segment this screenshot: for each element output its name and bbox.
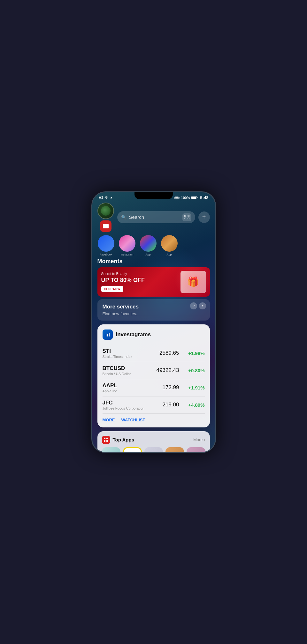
- investagrams-title: Investagrams: [116, 331, 151, 338]
- app4-label: App: [161, 253, 178, 256]
- service-icon-1: ↗: [190, 302, 197, 309]
- wifi-icon: [104, 196, 108, 199]
- more-button[interactable]: MORE: [103, 418, 115, 422]
- instagram-icon: [119, 235, 135, 252]
- stock-info-aapl: AAPL Apple Inc: [103, 382, 163, 393]
- investagrams-widget: Investagrams STI Straits Times Index 258…: [97, 324, 210, 427]
- battery-icon: [191, 196, 198, 199]
- jfc-price: 219.00: [163, 402, 179, 408]
- banner-text: Secret to Beauty UP TO 80% OFF SHOP NOW: [101, 272, 180, 292]
- btcusd-ticker: BTCUSD: [103, 365, 157, 372]
- app3-label: App: [140, 253, 157, 256]
- instagram-label: Instagram: [119, 253, 136, 256]
- top-apps-header: Top Apps More ›: [102, 436, 205, 444]
- watchlist-button[interactable]: WATCHLIST: [121, 418, 145, 422]
- search-icon: 🔍: [121, 215, 127, 220]
- moments-title: Moments: [97, 258, 210, 265]
- app-icon-4[interactable]: App: [161, 235, 178, 256]
- sti-price: 2589.65: [159, 350, 179, 356]
- stock-row-sti[interactable]: STI Straits Times Index 2589.65 +1.98%: [103, 345, 205, 362]
- scan-button[interactable]: [182, 213, 191, 221]
- stock-info-sti: STI Straits Times Index: [103, 348, 160, 359]
- more-services-card[interactable]: ↗ ✦ More services Find new favorites.: [97, 299, 210, 321]
- banner-cta[interactable]: SHOP NOW: [101, 286, 124, 292]
- more-services-title: More services: [103, 304, 205, 310]
- top-apps-grid: [102, 447, 205, 452]
- time-display: 5:48: [200, 195, 208, 200]
- status-left-icons: [99, 196, 113, 199]
- dot-1: [104, 438, 105, 439]
- search-bar[interactable]: 🔍 Search: [117, 211, 195, 223]
- stock-row-jfc[interactable]: JFC Jollibee Foods Corporation 219.00 +4…: [103, 396, 205, 414]
- top-apps-left: Top Apps: [102, 436, 134, 444]
- sti-ticker: STI: [103, 348, 160, 354]
- jfc-ticker: JFC: [103, 400, 163, 406]
- banner-discount: UP TO 80% OFF: [101, 277, 180, 284]
- svg-rect-8: [184, 215, 186, 217]
- status-right-icons: 100% 5:48: [174, 195, 208, 200]
- app3-icon: [140, 235, 157, 252]
- btcusd-name: Bitcoin / US Dollar: [103, 372, 157, 376]
- stock-row-btcusd[interactable]: BTCUSD Bitcoin / US Dollar 49322.43 +0.8…: [103, 362, 205, 379]
- more-services-icons: ↗ ✦: [190, 302, 206, 309]
- top-apps-more-link[interactable]: More ›: [193, 437, 205, 442]
- more-services-subtitle: Find new favorites.: [103, 311, 205, 316]
- sti-name: Straits Times Index: [103, 355, 160, 359]
- dot-3: [104, 440, 105, 442]
- sim-icon: [99, 196, 103, 199]
- avatar-sub[interactable]: [100, 220, 111, 232]
- vibrate-icon: [174, 196, 180, 199]
- top-app-3[interactable]: [144, 447, 163, 452]
- aapl-price: 172.99: [163, 384, 179, 391]
- moments-section: Moments Secret to Beauty UP TO 80% OFF S…: [97, 258, 210, 297]
- svg-rect-10: [184, 218, 186, 219]
- app-icon-facebook[interactable]: Facebook: [97, 235, 115, 256]
- main-content: 🔍 Search + Facebook: [92, 201, 215, 452]
- svg-rect-9: [188, 215, 189, 217]
- avatar-stack[interactable]: [97, 203, 114, 232]
- top-app-4[interactable]: [165, 447, 184, 452]
- app-icons-row: Facebook Instagram App App: [97, 235, 210, 256]
- banner-secret-text: Secret to Beauty: [101, 272, 180, 276]
- facebook-label: Facebook: [97, 253, 115, 256]
- avatar-main[interactable]: [97, 203, 114, 219]
- sti-change: +1.98%: [186, 351, 205, 356]
- app-icon-instagram[interactable]: Instagram: [119, 235, 136, 256]
- avatar-sub-inner: [103, 224, 109, 228]
- notch: [134, 192, 173, 199]
- top-apps-card: Top Apps More ›: [97, 431, 210, 452]
- scan-icon: [184, 215, 189, 219]
- avatar-inner: [101, 206, 111, 216]
- btcusd-price: 49322.43: [157, 367, 179, 374]
- investagrams-logo: [103, 329, 113, 340]
- top-apps-logo-inner: [104, 438, 108, 442]
- stock-row-aapl[interactable]: AAPL Apple Inc 172.99 +1.91%: [103, 379, 205, 396]
- top-app-1[interactable]: [102, 447, 120, 452]
- top-apps-logo: [102, 436, 110, 444]
- aapl-ticker: AAPL: [103, 382, 163, 389]
- service-icon-2: ✦: [199, 302, 206, 309]
- facebook-icon: [98, 235, 114, 252]
- stock-info-btcusd: BTCUSD Bitcoin / US Dollar: [103, 365, 157, 376]
- svg-rect-11: [188, 218, 189, 219]
- add-button[interactable]: +: [198, 211, 210, 223]
- top-app-5[interactable]: [187, 447, 205, 452]
- bluetooth-icon: [110, 196, 113, 199]
- phone-frame: 100% 5:48 🔍 Search: [91, 191, 216, 453]
- top-row: 🔍 Search +: [97, 203, 210, 232]
- top-apps-title: Top Apps: [113, 437, 134, 442]
- investagrams-logo-icon: [105, 332, 111, 337]
- app-icon-3[interactable]: App: [140, 235, 157, 256]
- top-app-2[interactable]: [123, 447, 142, 452]
- moments-banner[interactable]: Secret to Beauty UP TO 80% OFF SHOP NOW …: [97, 267, 210, 297]
- dot-2: [106, 438, 108, 439]
- svg-rect-7: [191, 197, 196, 199]
- aapl-change: +1.91%: [186, 385, 205, 390]
- btcusd-change: +0.80%: [186, 368, 205, 373]
- banner-image: 🎁: [180, 271, 206, 293]
- battery-percent: 100%: [181, 196, 190, 200]
- aapl-name: Apple Inc: [103, 389, 163, 393]
- widget-header: Investagrams: [103, 329, 205, 340]
- jfc-name: Jollibee Foods Corporation: [103, 406, 163, 410]
- search-placeholder: Search: [129, 214, 180, 220]
